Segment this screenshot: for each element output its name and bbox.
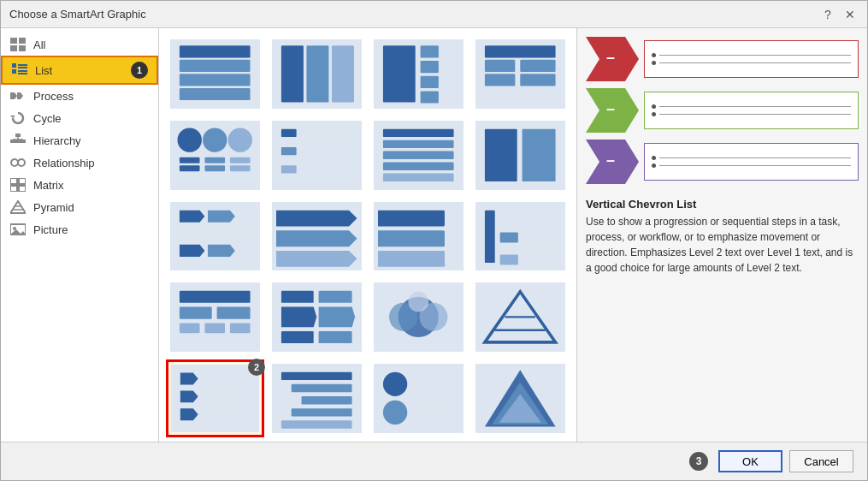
grid-cell-22[interactable] — [369, 441, 468, 442]
preview-items: – — [586, 37, 859, 184]
grid-cell-10[interactable] — [369, 198, 468, 276]
relationship-icon — [9, 156, 27, 169]
sidebar-item-process[interactable]: Process — [1, 85, 158, 107]
close-button[interactable]: ✕ — [841, 6, 859, 23]
grid-cell-0[interactable] — [166, 35, 264, 113]
help-button[interactable]: ? — [819, 6, 836, 23]
thumb-0 — [170, 39, 260, 109]
svg-marker-103 — [319, 307, 356, 328]
grid-cell-4[interactable] — [166, 116, 264, 194]
sidebar-item-pyramid[interactable]: Pyramid — [1, 196, 158, 218]
svg-rect-49 — [521, 74, 556, 86]
title-bar-buttons: ? ✕ — [819, 6, 859, 23]
svg-rect-130 — [414, 383, 454, 390]
grid-cell-21[interactable] — [268, 441, 366, 442]
text-box-0 — [644, 40, 859, 78]
cancel-button[interactable]: Cancel — [789, 450, 853, 472]
matrix-icon — [9, 178, 27, 192]
svg-marker-32 — [10, 229, 26, 235]
thumb-17 — [272, 364, 362, 433]
svg-rect-59 — [281, 128, 297, 136]
svg-rect-26 — [19, 186, 26, 192]
sidebar-item-matrix[interactable]: Matrix — [1, 174, 158, 196]
svg-rect-63 — [299, 147, 351, 153]
svg-rect-3 — [19, 45, 26, 51]
grid-cell-17[interactable] — [268, 359, 366, 437]
svg-rect-74 — [523, 128, 556, 181]
grid-cell-1[interactable] — [268, 35, 366, 113]
grid-cell-11[interactable] — [471, 198, 570, 276]
svg-rect-121 — [200, 415, 250, 420]
preview-item-0: – — [586, 37, 859, 81]
svg-point-109 — [409, 292, 429, 312]
grid-cell-6[interactable] — [369, 116, 468, 194]
sidebar-item-list[interactable]: List 1 — [1, 56, 158, 85]
grid-cell-14[interactable] — [369, 278, 468, 356]
grid-cell-19[interactable] — [471, 359, 570, 437]
grid-cell-16[interactable]: 2 — [166, 359, 264, 437]
dot-0b — [652, 61, 656, 65]
grid-cell-15[interactable] — [471, 278, 570, 356]
grid-cell-18[interactable] — [369, 359, 468, 437]
grid-cell-2[interactable] — [369, 35, 468, 113]
svg-marker-83 — [276, 250, 357, 266]
svg-rect-0 — [10, 38, 17, 44]
svg-rect-94 — [180, 291, 251, 303]
grid-cell-20[interactable] — [166, 441, 264, 442]
grid-cell-9[interactable] — [268, 198, 366, 276]
grid-cell-7[interactable] — [471, 116, 570, 194]
sidebar-label-list: List — [35, 64, 52, 77]
cycle-icon — [9, 111, 27, 125]
text-box-1 — [644, 92, 859, 129]
grid-scroll[interactable]: 2 — [159, 28, 576, 442]
thumb-19 — [475, 364, 565, 433]
svg-rect-101 — [319, 291, 352, 303]
grid-cell-3[interactable] — [471, 35, 570, 113]
list-step-badge: 1 — [131, 62, 148, 79]
svg-rect-45 — [485, 45, 556, 57]
dot-1a — [652, 104, 656, 109]
svg-rect-131 — [414, 401, 454, 408]
text-line-0a — [652, 53, 851, 57]
thumb-7 — [475, 121, 565, 190]
sidebar-item-hierarchy[interactable]: Hierarchy — [1, 129, 158, 151]
thumb-11 — [475, 202, 565, 271]
right-panel: – — [576, 28, 867, 442]
dialog-body: All List 1 — [1, 28, 867, 442]
sidebar-item-all[interactable]: All — [1, 33, 158, 56]
svg-rect-1 — [19, 38, 26, 44]
grid-cell-23[interactable] — [471, 441, 570, 442]
svg-marker-102 — [281, 307, 316, 328]
line-2b — [659, 165, 851, 166]
line-1b — [659, 114, 851, 115]
svg-rect-100 — [281, 291, 314, 303]
svg-rect-60 — [299, 128, 351, 134]
svg-rect-66 — [299, 165, 351, 171]
sidebar-item-cycle[interactable]: Cycle — [1, 107, 158, 129]
ok-button[interactable]: OK — [718, 450, 782, 472]
grid-cell-13[interactable] — [268, 278, 366, 356]
svg-rect-4 — [12, 63, 16, 68]
line-2a — [659, 157, 851, 158]
thumb-16-selected — [171, 365, 259, 432]
sidebar-item-picture[interactable]: Picture — [1, 218, 158, 240]
svg-rect-95 — [180, 307, 212, 319]
thumb-3 — [475, 39, 565, 109]
svg-text:–: – — [606, 100, 615, 117]
sidebar-label-hierarchy: Hierarchy — [33, 134, 81, 147]
sidebar-item-relationship[interactable]: Relationship — [1, 151, 158, 174]
svg-rect-44 — [421, 91, 439, 103]
grid-cell-8[interactable] — [166, 198, 264, 276]
grid-cell-5[interactable] — [268, 116, 366, 194]
text-box-2 — [644, 143, 859, 181]
thumb-10 — [374, 202, 464, 271]
svg-rect-37 — [281, 45, 304, 102]
svg-rect-41 — [421, 45, 439, 57]
grid-cell-12[interactable] — [166, 278, 264, 356]
dot-1b — [652, 112, 656, 116]
svg-marker-14 — [10, 116, 15, 118]
svg-rect-70 — [383, 151, 454, 158]
svg-rect-122 — [281, 372, 352, 380]
svg-rect-56 — [205, 165, 226, 171]
dot-2a — [652, 156, 656, 160]
